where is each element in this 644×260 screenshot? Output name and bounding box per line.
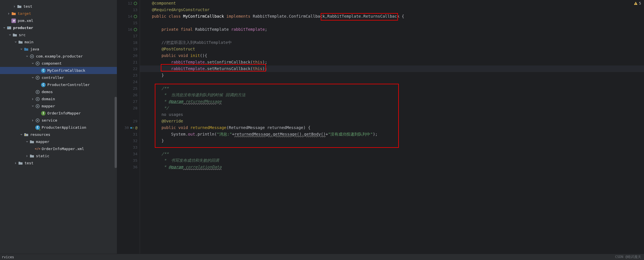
code-line: /** xyxy=(140,85,644,92)
svg-point-11 xyxy=(37,99,38,100)
line-number: 32 xyxy=(133,138,137,144)
tree-item-src[interactable]: src xyxy=(0,31,117,38)
tree-label: mapper xyxy=(42,104,55,108)
code-line: @RequiredArgsConstructor xyxy=(140,7,644,13)
gutter: 12 13 14 15 16 17 18 19 20 21 22 23 24 2… xyxy=(117,0,140,260)
source-folder-icon xyxy=(24,47,29,52)
line-number: 20 xyxy=(133,52,137,59)
chevron-down-icon xyxy=(25,140,29,144)
code-line xyxy=(140,33,644,39)
line-number: 27 xyxy=(133,98,137,105)
tree-item-test[interactable]: test xyxy=(0,3,117,10)
class-icon: C xyxy=(41,68,46,73)
tree-label: mapper xyxy=(36,140,49,144)
line-number: 18 xyxy=(133,39,137,46)
tree-item-mapper2[interactable]: mapper xyxy=(0,138,117,145)
tree-label: java xyxy=(30,47,39,51)
tree-label: static xyxy=(36,154,49,158)
line-number: 14 xyxy=(128,13,132,20)
tree-item-static[interactable]: static xyxy=(0,152,117,159)
svg-point-17 xyxy=(134,2,137,5)
code-line xyxy=(140,20,644,26)
tree-label: test xyxy=(25,161,33,165)
tree-item-productercontroller[interactable]: C ProducterController xyxy=(0,81,117,88)
chevron-down-icon xyxy=(31,104,35,108)
code-line: } xyxy=(140,72,644,79)
code-content[interactable]: 5 @component @RequiredArgsConstructor pu… xyxy=(140,0,644,260)
package-icon xyxy=(35,97,40,101)
tree-item-orderinfoxml[interactable]: </> OrderInfoMapper.xml xyxy=(0,145,117,152)
tree-label: com.example.producter xyxy=(36,54,83,58)
chevron-down-icon xyxy=(25,54,29,58)
tree-item-java[interactable]: java xyxy=(0,46,117,53)
tree-scrollbar[interactable] xyxy=(115,97,117,168)
line-number: 29 xyxy=(133,118,137,124)
tree-label: OrderInfoMapper xyxy=(47,111,81,115)
folder-icon xyxy=(11,11,16,16)
code-editor[interactable]: 12 13 14 15 16 17 18 19 20 21 22 23 24 2… xyxy=(117,0,644,260)
bean-gutter-icon[interactable] xyxy=(133,1,137,5)
svg-point-9 xyxy=(37,91,38,93)
chevron-right-icon xyxy=(31,118,35,122)
tree-label: component xyxy=(42,61,62,65)
line-number: 26 xyxy=(133,92,137,98)
bean-gutter-icon[interactable] xyxy=(133,15,137,19)
tree-item-demos[interactable]: demos xyxy=(0,88,117,95)
chevron-right-icon xyxy=(25,154,29,158)
override-gutter-icon[interactable] xyxy=(130,126,134,130)
line-number: 13 xyxy=(133,7,137,13)
chevron-down-icon xyxy=(8,33,12,37)
tree-item-service[interactable]: service xyxy=(0,117,117,124)
tree-item-producter[interactable]: producter xyxy=(0,24,117,31)
bean-gutter-icon[interactable] xyxy=(133,28,137,32)
warning-badge[interactable]: 5 xyxy=(634,1,641,5)
package-icon xyxy=(35,61,40,66)
code-line: rabbitTemplate.setReturnsCallback(this); xyxy=(140,65,644,72)
line-number: 15 xyxy=(133,20,137,26)
package-icon xyxy=(35,75,40,80)
tree-item-controller[interactable]: controller xyxy=(0,74,117,81)
project-tree-sidebar: test target m pom.xml producter src xyxy=(0,0,117,260)
warning-icon xyxy=(634,1,638,5)
line-number: 33 xyxy=(133,144,137,151)
svg-point-7 xyxy=(37,77,38,78)
tree-item-domain[interactable]: domain xyxy=(0,95,117,103)
tree-item-orderinfomapper[interactable]: I OrderInfoMapper xyxy=(0,110,117,117)
package-icon xyxy=(35,104,40,108)
svg-rect-22 xyxy=(635,4,636,5)
svg-rect-1 xyxy=(8,27,9,28)
tree-item-target[interactable]: target xyxy=(0,10,117,17)
tree-item-test2[interactable]: test xyxy=(0,159,117,167)
watermark: CSDN @暗武魔天 xyxy=(615,255,641,259)
code-line: public class MyConfirmCallback implement… xyxy=(140,13,644,20)
status-label: rvices xyxy=(2,255,14,259)
code-line: //把监听器注入到RabbitTemplate中 xyxy=(140,39,644,46)
tree-item-main[interactable]: main xyxy=(0,38,117,46)
tree-item-package[interactable]: com.example.producter xyxy=(0,53,117,60)
line-number: 23 xyxy=(133,72,137,79)
line-number: 17 xyxy=(133,33,137,39)
line-number: 21 xyxy=(133,59,137,65)
code-line: /** xyxy=(140,151,644,157)
code-line: @component xyxy=(140,0,644,7)
code-line: public void init(){ xyxy=(140,52,644,59)
code-line: rabbitTemplate.setConfirmCallback(this); xyxy=(140,59,644,65)
code-line: no usages xyxy=(140,111,644,118)
code-line: private final RabbitTemplate rabbitTempl… xyxy=(140,26,644,33)
tree-label: producter xyxy=(13,26,33,30)
resources-folder-icon xyxy=(24,132,29,137)
tree-item-pom[interactable]: m pom.xml xyxy=(0,17,117,24)
tree-label: OrderInfoMapper.xml xyxy=(42,147,84,151)
svg-point-19 xyxy=(134,28,137,31)
tree-item-producterapp[interactable]: C ProducterApplication xyxy=(0,124,117,131)
tree-item-myconfirm[interactable]: C MyConfirmCallback xyxy=(0,67,117,74)
tree-item-mapper[interactable]: mapper xyxy=(0,103,117,110)
tree-item-resources[interactable]: resources xyxy=(0,131,117,138)
folder-icon xyxy=(13,33,17,37)
tree-item-component[interactable]: component xyxy=(0,60,117,67)
project-tree[interactable]: test target m pom.xml producter src xyxy=(0,0,117,260)
line-number: 22 xyxy=(133,65,137,72)
tree-label: controller xyxy=(42,75,64,80)
code-line: * 当消息没有传递到队列的时候 回调的方法 xyxy=(140,92,644,98)
code-line: * 书写发布成功和失败的回调 xyxy=(140,157,644,164)
